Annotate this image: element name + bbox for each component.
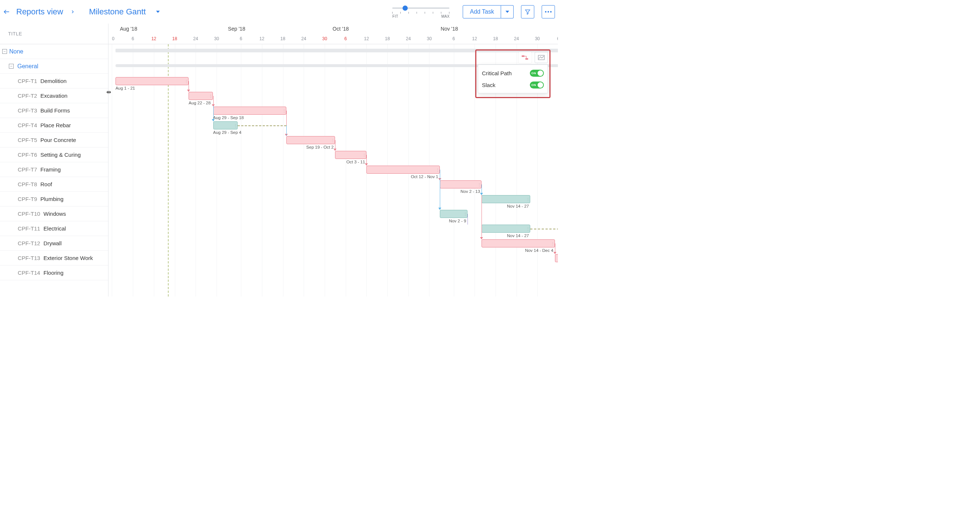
task-row[interactable]: CPF-T5Pour Concrete [0, 133, 108, 147]
day-label: 12 [364, 36, 369, 41]
bar-resize-handle[interactable]: ⋮ [363, 152, 365, 158]
critical-path-toggle-button[interactable] [519, 52, 532, 63]
task-code: CPF-T5 [18, 137, 37, 143]
task-row[interactable]: CPF-T11Electrical [0, 221, 108, 236]
back-arrow-icon[interactable] [2, 6, 12, 17]
task-row[interactable]: CPF-T6Setting & Curing [0, 147, 108, 162]
dependency-arrow-icon [438, 208, 441, 210]
breadcrumb-reports-view[interactable]: Reports view [15, 7, 65, 17]
slack-label: Slack [482, 82, 496, 88]
svg-rect-3 [525, 58, 528, 60]
task-row[interactable]: CPF-T7Framing [0, 162, 108, 177]
gantt-bar-caption: Nov 14 - Dec 4 [525, 248, 554, 253]
collapse-icon[interactable]: − [9, 64, 14, 68]
day-label: 6 [557, 36, 558, 41]
gantt-bar[interactable]: ⋮ [440, 180, 482, 189]
day-label: 30 [427, 36, 432, 41]
gantt-bar[interactable]: ⋮ [335, 151, 366, 159]
bar-resize-handle[interactable]: ⋮ [478, 181, 480, 187]
panel-splitter-handle[interactable]: ⇹ [106, 89, 111, 95]
collapse-icon[interactable]: − [2, 49, 7, 54]
task-row[interactable]: CPF-T12Drywall [0, 236, 108, 251]
forward-chevron-icon [67, 6, 78, 17]
add-task-button[interactable]: Add Task [463, 5, 501, 19]
bar-resize-handle[interactable]: ⋮ [527, 196, 529, 202]
chart-view-button[interactable] [535, 52, 548, 63]
task-row[interactable]: CPF-T8Roof [0, 177, 108, 192]
day-label: 24 [514, 36, 519, 41]
bar-resize-handle[interactable]: ⋮ [552, 241, 554, 246]
bar-resize-handle[interactable]: ⋮ [332, 137, 334, 143]
bar-resize-handle[interactable]: ⋮ [464, 211, 466, 217]
gantt-bar[interactable]: ⋮ [116, 77, 189, 85]
svg-rect-2 [522, 55, 525, 57]
critical-path-toggle[interactable]: ON [530, 70, 544, 77]
task-code: CPF-T7 [18, 166, 37, 173]
task-code: CPF-T9 [18, 196, 37, 202]
zoom-max-label: MAX [441, 14, 450, 19]
more-options-button[interactable] [542, 5, 555, 19]
gantt-bar[interactable]: ⋮ [482, 225, 530, 233]
gantt-bar-caption: Aug 22 - 28 [189, 101, 210, 105]
task-row[interactable]: CPF-T14Flooring [0, 266, 108, 280]
column-header-title[interactable]: TITLE [0, 24, 108, 44]
add-task-dropdown-button[interactable] [501, 5, 514, 19]
view-selector[interactable]: Milestone Gantt [89, 7, 160, 17]
day-label: 6 [344, 36, 347, 41]
task-row[interactable]: CPF-T10Windows [0, 206, 108, 221]
task-row[interactable]: CPF-T13Exterior Stone Work [0, 251, 108, 266]
day-label: 18 [493, 36, 498, 41]
dependency-arrow-icon [187, 90, 190, 92]
gantt-bar[interactable]: ⋮ [482, 239, 555, 247]
chevron-down-icon [156, 11, 160, 13]
task-name: Pour Concrete [41, 137, 76, 143]
day-label: 24 [301, 36, 306, 41]
gantt-bar[interactable]: ⋮ [189, 92, 213, 100]
gantt-bar[interactable]: ⋮ [213, 106, 286, 115]
dependency-arrow-icon [554, 252, 557, 254]
zoom-knob[interactable] [402, 6, 408, 11]
filter-button[interactable] [521, 5, 534, 19]
dependency-arrow-icon [212, 119, 215, 121]
task-name: Demolition [41, 78, 67, 84]
gantt-bar[interactable]: ⋮ [213, 121, 238, 130]
zoom-slider[interactable]: FIT MAX [392, 5, 449, 19]
bar-resize-handle[interactable]: ⋮ [527, 226, 529, 231]
task-row[interactable]: CPF-T1Demolition [0, 74, 108, 89]
day-label: 6 [240, 36, 242, 41]
day-label: 24 [193, 36, 198, 41]
task-row[interactable]: CPF-T3Build Forms [0, 103, 108, 118]
task-name: Drywall [43, 240, 62, 246]
svg-marker-1 [525, 10, 530, 14]
task-name: Build Forms [41, 107, 70, 114]
gantt-bar-caption: Aug 29 - Sep 18 [213, 116, 244, 120]
task-code: CPF-T4 [18, 122, 37, 128]
chevron-down-icon [506, 11, 509, 13]
gantt-bar[interactable]: ⋮ [440, 210, 468, 218]
funnel-icon [525, 9, 531, 15]
tree-root-none[interactable]: − None [0, 44, 108, 59]
top-bar: Reports view Milestone Gantt FIT MAX Add… [0, 0, 558, 24]
tree-group-general[interactable]: − General [0, 59, 108, 74]
gantt-bar[interactable]: ⋮ [366, 166, 439, 174]
slack-toggle[interactable]: ON [530, 81, 544, 89]
task-code: CPF-T14 [18, 270, 40, 276]
task-row[interactable]: CPF-T9Plumbing [0, 192, 108, 206]
task-code: CPF-T12 [18, 240, 40, 246]
bar-resize-handle[interactable]: ⋮ [210, 93, 212, 99]
bar-resize-handle[interactable]: ⋮ [234, 122, 237, 128]
bar-resize-handle[interactable]: ⋮ [283, 108, 285, 114]
task-name: Windows [43, 211, 66, 217]
tree-group-label: General [16, 63, 38, 70]
gantt-bar[interactable]: ⋮ [555, 254, 558, 262]
gantt-bar-caption: Nov 14 - 27 [507, 204, 529, 208]
task-row[interactable]: CPF-T2Excavation [0, 89, 108, 103]
gantt-bar[interactable]: ⋮ [286, 136, 335, 144]
bar-resize-handle[interactable]: ⋮ [436, 167, 439, 173]
gantt-bar[interactable]: ⋮ [482, 195, 530, 203]
bar-resize-handle[interactable]: ⋮ [185, 78, 188, 84]
critical-path-popover-highlight: Critical Path ON Slack ON [475, 49, 550, 98]
day-label: 6 [452, 36, 455, 41]
task-row[interactable]: CPF-T4Place Rebar [0, 118, 108, 133]
gantt-bar-caption: Sep 19 - Oct 2 [306, 145, 334, 149]
